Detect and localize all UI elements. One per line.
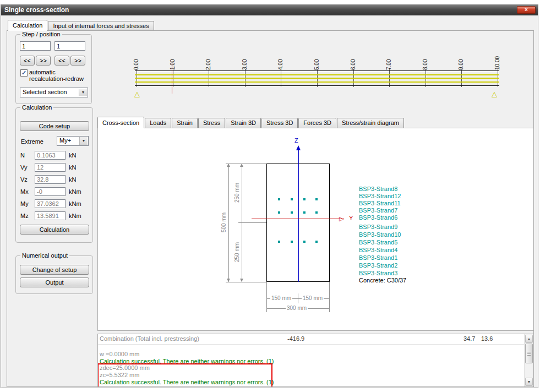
chevron-down-icon: ▼ (79, 137, 88, 145)
strand-dot (278, 241, 280, 243)
extreme-select[interactable]: My+ ▼ (57, 136, 89, 146)
extreme-select-value: My+ (59, 137, 71, 144)
ruler-tick-label: 5.00 (314, 52, 320, 70)
dim-150-right-label: 150 mm (302, 295, 324, 301)
tab-strain-3d[interactable]: Strain 3D (226, 118, 261, 128)
tab-calculation[interactable]: Calculation (8, 20, 47, 31)
calculation-button[interactable]: Calculation (20, 225, 89, 235)
force-name: My (20, 200, 29, 207)
strand-dot (315, 198, 318, 200)
force-mz-input[interactable] (35, 211, 66, 220)
section-select-value: Selected section (23, 89, 67, 95)
position-next-button[interactable]: >> (70, 56, 85, 66)
numerical-output-group: Numerical output Change of setup Output (15, 255, 93, 294)
ruler-tick-label: 6.00 (350, 52, 357, 70)
scroll-up-icon: ▲ (527, 337, 531, 341)
dimension-arrow-icon (227, 279, 230, 282)
strand-dot (315, 211, 318, 214)
z-axis-arrow-icon (296, 145, 301, 150)
tendon-line (135, 78, 499, 79)
force-name: Mx (20, 188, 29, 195)
extreme-label: Extreme (21, 138, 43, 145)
force-row-vy: Vy kN (19, 163, 92, 173)
material-label: Concrete: C30/37 (359, 277, 406, 284)
strand-label: BSP3-Strand10 (359, 231, 401, 238)
strand-dot (303, 241, 306, 243)
view-tab-strip: Cross-section Loads Strain Stress Strain… (97, 116, 405, 128)
tab-stress-strain-diagram[interactable]: Stress/strain diagram (337, 118, 404, 128)
beam-top-line (135, 70, 499, 71)
calculation-group: Calculation Code setup Extreme My+ ▼ N k… (15, 107, 93, 243)
tab-stress-3d[interactable]: Stress 3D (261, 118, 298, 128)
code-setup-button[interactable]: Code setup (20, 121, 89, 131)
row-separator (98, 344, 524, 345)
tab-input-internal-forces[interactable]: Input of internal forces and stresses (48, 21, 154, 30)
support-triangle-icon: △ (134, 90, 140, 97)
change-of-setup-button[interactable]: Change of setup (20, 265, 89, 275)
section-select[interactable]: Selected section ▼ (20, 88, 88, 97)
strand-label-list-lower: BSP3-Strand9 BSP3-Strand10 BSP3-Strand5 … (359, 223, 401, 277)
strand-label: BSP3-Strand5 (359, 238, 401, 246)
strand-label: BSP3-Strand7 (359, 207, 401, 214)
scroll-down-button[interactable]: ▼ (525, 378, 533, 386)
force-unit: kNm (69, 213, 81, 219)
dimension-arrow-icon (240, 279, 243, 282)
force-my-input[interactable] (35, 199, 66, 208)
force-name: Vy (20, 164, 27, 171)
title-bar[interactable]: Single cross-section × (1, 5, 538, 15)
strand-label: BSP3-Strand2 (359, 262, 401, 269)
check-icon: ✓ (21, 69, 26, 76)
strand-dot (303, 198, 306, 200)
chevron-down-icon: ▼ (79, 89, 87, 96)
scroll-down-icon: ▼ (527, 380, 531, 384)
scrollbar[interactable]: ▲ ▼ (524, 334, 533, 386)
main-tab-strip: Calculation Input of internal forces and… (8, 20, 155, 30)
force-row-mz: Mz kNm (19, 211, 92, 221)
force-name: Mz (20, 213, 29, 219)
force-name: Vz (20, 176, 28, 183)
force-vz-input[interactable] (35, 175, 66, 184)
ruler-tick-label: 4.00 (277, 52, 284, 70)
numerical-output-legend: Numerical output (20, 252, 69, 259)
combination-label: Combination (Total incl. prestressing) (100, 335, 199, 342)
tab-stress[interactable]: Stress (198, 118, 225, 128)
tendon-line (135, 81, 499, 83)
position-input[interactable] (54, 41, 85, 51)
dimension-arrow-icon (227, 164, 230, 167)
force-vy-input[interactable] (35, 163, 66, 172)
highlighted-result-box: zdec=25.0000 mm zc=5.5322 mm Calculation… (97, 363, 272, 387)
scroll-thumb[interactable] (525, 344, 533, 363)
strand-dot (303, 211, 306, 214)
w-value-line: w =0.0000 mm (100, 351, 139, 357)
ruler-tick-label: 7.00 (386, 52, 392, 70)
step-input[interactable] (20, 41, 51, 51)
ruler-tick-label: 0.00 (133, 52, 140, 70)
strand-label: BSP3-Strand4 (359, 246, 401, 254)
tab-forces-3d[interactable]: Forces 3D (298, 118, 336, 128)
dim-150-left-label: 150 mm (270, 295, 292, 301)
tab-loads[interactable]: Loads (145, 118, 171, 128)
force-row-mx: Mx kNm (19, 187, 92, 197)
combination-value: 13.6 (481, 335, 493, 342)
tab-cross-section[interactable]: Cross-section (97, 117, 144, 128)
force-unit: kN (69, 152, 76, 159)
force-row-n: N kN (19, 151, 92, 161)
tab-strain[interactable]: Strain (172, 118, 198, 128)
strand-label: BSP3-Strand11 (359, 200, 401, 207)
ruler-tick-label: 3.00 (242, 52, 248, 70)
force-unit: kNm (69, 200, 81, 207)
automatic-recalculation-checkbox[interactable]: ✓ (20, 69, 28, 77)
step-next-button[interactable]: >> (36, 56, 51, 66)
force-mx-input[interactable] (35, 187, 66, 196)
scroll-up-button[interactable]: ▲ (525, 335, 533, 343)
force-n-input[interactable] (35, 151, 66, 160)
strand-label: BSP3-Strand3 (359, 269, 401, 277)
output-button[interactable]: Output (20, 277, 89, 287)
close-button[interactable]: × (517, 6, 536, 14)
force-name: N (20, 152, 25, 159)
position-prev-button[interactable]: << (54, 56, 69, 66)
strand-label: BSP3-Strand8 (359, 186, 401, 193)
strand-dot (291, 211, 293, 214)
current-position-marker[interactable] (172, 63, 172, 94)
step-prev-button[interactable]: << (20, 56, 35, 66)
